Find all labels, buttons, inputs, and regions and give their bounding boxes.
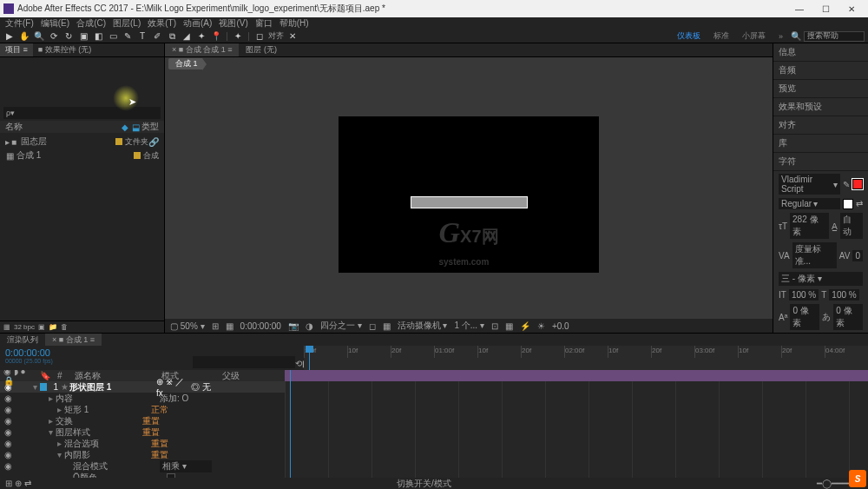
rotate-tool[interactable]: ↻: [62, 30, 75, 43]
new-folder-icon[interactable]: 📁: [49, 323, 57, 331]
pen-tool[interactable]: ✎: [122, 30, 134, 43]
zoom-dropdown[interactable]: ▢ 50% ▾: [170, 321, 205, 331]
tracking-input[interactable]: 0: [852, 250, 863, 261]
new-comp-icon[interactable]: ▣: [38, 323, 45, 331]
col-type[interactable]: 类型: [141, 121, 159, 133]
delete-icon[interactable]: 🗑: [61, 323, 68, 331]
menu-effect[interactable]: 效果(T): [146, 17, 178, 30]
views-dropdown[interactable]: 1 个... ▾: [454, 320, 483, 332]
resolution-icon[interactable]: ⊞: [212, 321, 219, 331]
menu-layer[interactable]: 图层(L): [111, 17, 142, 30]
visibility-toggle[interactable]: ◉: [3, 382, 12, 392]
project-search-input[interactable]: ρ▾: [3, 107, 161, 119]
project-item-comp[interactable]: ▦ 合成 1 合成: [0, 149, 164, 162]
font-family-dropdown[interactable]: Vladimir Script ▾: [779, 174, 840, 195]
toggle-switches-icon[interactable]: ⊞ ⊕ ⇄: [5, 479, 31, 488]
eraser-tool[interactable]: ◢: [181, 30, 193, 43]
rect-tool[interactable]: ▭: [107, 30, 119, 43]
quality-dropdown[interactable]: 四分之一 ▾: [320, 320, 362, 332]
current-timecode[interactable]: 0:00:00:00: [5, 347, 186, 358]
comp-breadcrumb[interactable]: 合成 1: [168, 58, 202, 69]
interpret-footage-icon[interactable]: ▦: [3, 323, 10, 331]
font-size-input[interactable]: 282 像素: [790, 213, 829, 239]
hand-tool[interactable]: ✋: [18, 30, 30, 43]
orbit-tool[interactable]: ⟳: [48, 30, 60, 43]
workspace-standard[interactable]: 标准: [708, 30, 734, 42]
snap-options[interactable]: ✕: [286, 30, 299, 43]
snapshot-icon[interactable]: 📷: [288, 321, 299, 331]
fill-swatch[interactable]: [852, 179, 863, 189]
pan-behind-tool[interactable]: ◧: [92, 30, 104, 43]
panel-library[interactable]: 库: [773, 135, 868, 153]
puppet-tool[interactable]: 📍: [210, 30, 222, 43]
selection-tool[interactable]: ▶: [3, 30, 16, 43]
menu-composition[interactable]: 合成(C): [75, 17, 108, 30]
roto-tool[interactable]: ✦: [195, 30, 207, 43]
fast-preview-icon[interactable]: ⚡: [520, 321, 530, 331]
comp-mini-flowchart-icon[interactable]: ⟲: [295, 359, 302, 368]
twirl-icon[interactable]: ▾: [33, 382, 40, 392]
view-options-icon[interactable]: ⊡: [491, 321, 498, 331]
workspace-dashboard[interactable]: 仪表板: [672, 30, 706, 42]
menu-file[interactable]: 文件(F): [3, 17, 36, 30]
menu-animation[interactable]: 动画(A): [181, 17, 214, 30]
camera-tool[interactable]: ▣: [77, 30, 89, 43]
col-parent[interactable]: 父级: [222, 370, 257, 382]
timeline-comp-tab[interactable]: × ■ 合成 1 ≡: [45, 334, 102, 346]
panel-character[interactable]: 字符: [773, 153, 868, 171]
kerning-input[interactable]: 度量标准...: [792, 242, 837, 268]
property-row[interactable]: ◉▸混合选项重置: [0, 438, 285, 449]
col-name[interactable]: 名称: [5, 121, 121, 133]
project-tab[interactable]: 项目 ≡: [0, 43, 33, 56]
pixel-aspect-icon[interactable]: ▦: [505, 321, 513, 331]
camera-dropdown[interactable]: 活动摄像机 ▾: [398, 320, 448, 332]
property-row[interactable]: ◉▸矩形 1正常: [0, 404, 285, 415]
workspace-small[interactable]: 小屏幕: [737, 30, 771, 42]
window-maximize[interactable]: ☐: [812, 4, 838, 14]
leading-input[interactable]: 自动: [840, 213, 863, 239]
layer-tab[interactable]: 图层 (无): [239, 43, 284, 56]
project-item-folder[interactable]: ▸ ■ 固态层 文件夹 🔗: [0, 135, 164, 149]
property-row[interactable]: ◉▸内容添加: O: [0, 393, 285, 404]
property-row[interactable]: ◉▾内阴影重置: [0, 449, 285, 460]
zoom-tool[interactable]: 🔍: [33, 30, 45, 43]
region-icon[interactable]: ◻: [369, 321, 376, 331]
brush-tool[interactable]: ✐: [151, 30, 163, 43]
timeline-search[interactable]: [193, 356, 295, 368]
exposure-icon[interactable]: ☀: [537, 321, 545, 331]
font-style-dropdown[interactable]: Regular ▾: [779, 198, 840, 209]
shape-layer-rect[interactable]: [411, 196, 528, 208]
property-row[interactable]: Ö 颜色: [0, 472, 285, 478]
label-icon[interactable]: ◆: [122, 122, 130, 131]
timeline-tracks[interactable]: [285, 370, 868, 478]
menu-window[interactable]: 窗口: [253, 17, 274, 30]
col-source[interactable]: 源名称: [75, 370, 153, 382]
vscale-input[interactable]: 100 %: [789, 289, 819, 301]
composition-stage[interactable]: GX7网system.com: [339, 116, 599, 273]
stroke-width-input[interactable]: 三 - 像素 ▾: [779, 272, 863, 286]
menu-edit[interactable]: 编辑(E): [39, 17, 71, 30]
property-row[interactable]: ◉▸交换重置: [0, 415, 285, 426]
panel-align[interactable]: 对齐: [773, 116, 868, 135]
panel-info[interactable]: 信息: [773, 43, 868, 62]
tag-icon[interactable]: ⬓: [132, 122, 141, 131]
type-tool[interactable]: T: [136, 30, 148, 43]
layer-row-1[interactable]: ◉ ▾ 1 ★ 形状图层 1 ⊕ ※ ／ fx ◎ 无: [0, 381, 285, 393]
panel-audio[interactable]: 音频: [773, 62, 868, 80]
effect-controls-tab[interactable]: ■ 效果控件 (无): [33, 43, 96, 56]
timeline-layer-outline[interactable]: ◉ ◗ ● 🔒 🔖# 源名称 模式 父级 ◉ ▾ 1 ★ 形状图层 1 ⊕ ※ …: [0, 370, 285, 478]
channel-icon[interactable]: ◑: [306, 321, 313, 331]
snap-icon[interactable]: ◻: [253, 30, 266, 43]
stroke-swatch[interactable]: [843, 199, 853, 209]
panel-preview[interactable]: 预览: [773, 80, 868, 98]
layer-label-swatch[interactable]: [40, 383, 47, 391]
transparency-icon[interactable]: ▦: [383, 321, 391, 331]
clone-tool[interactable]: ⧉: [166, 30, 178, 43]
bpc-button[interactable]: 32 bpc: [14, 323, 35, 331]
eyedropper-icon[interactable]: ✎: [843, 180, 850, 189]
toggle-switches-modes[interactable]: 切换开关/模式: [397, 478, 451, 490]
project-list[interactable]: ▸ ■ 固态层 文件夹 🔗 ▦ 合成 1 合成: [0, 133, 164, 320]
tsume-input[interactable]: 0 像素: [833, 304, 863, 330]
menu-view[interactable]: 视图(V): [217, 17, 249, 30]
composition-viewer[interactable]: GX7网system.com: [165, 69, 773, 319]
